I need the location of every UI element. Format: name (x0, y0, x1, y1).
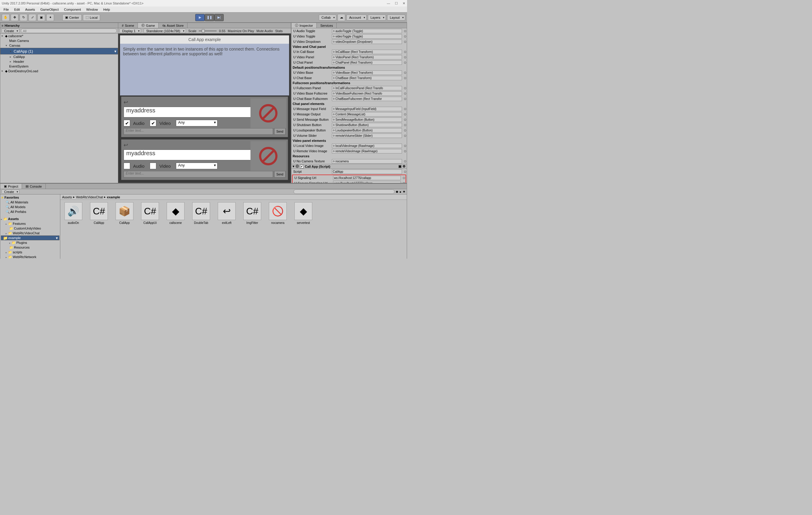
object-field[interactable]: LoudspeakerButton (Button) (332, 128, 402, 133)
chat-input-2[interactable]: Enter text... (124, 171, 273, 178)
asset-item[interactable]: ↩exitLeft (216, 202, 237, 224)
send-button-2[interactable]: Send (274, 171, 286, 178)
maximize-on-play[interactable]: Maximize On Play (228, 29, 254, 33)
object-picker-icon[interactable]: ⊙ (403, 129, 407, 132)
breadcrumb-example[interactable]: example (107, 195, 120, 199)
object-field[interactable]: wss://localhost:12777/callapp (333, 181, 401, 184)
object-picker-icon[interactable]: ⊙ (403, 29, 407, 33)
hierarchy-item[interactable]: ▸ CallApp (1) (0, 48, 118, 54)
object-field[interactable]: ChatBaseFullscreen (Rect Transfor (332, 97, 402, 101)
hierarchy-item[interactable]: ▸ Header (0, 59, 118, 64)
tab-project[interactable]: ▣ Project (0, 184, 22, 189)
object-field[interactable]: audioToggle (Toggle) (332, 29, 402, 33)
asset-item[interactable]: C#DoubleTab (191, 202, 212, 224)
audio-checkbox-1[interactable]: ✔ (124, 120, 130, 126)
object-field[interactable]: videoDropdown (Dropdown) (332, 39, 402, 44)
object-picker-icon[interactable]: ⊙ (403, 86, 407, 90)
object-field[interactable]: videoToggle (Toggle) (332, 34, 402, 39)
object-picker-icon[interactable]: ⊙ (403, 97, 407, 101)
tab-services[interactable]: Services (317, 23, 337, 28)
video-checkbox-1[interactable]: ✔ (150, 120, 156, 126)
object-field[interactable]: InCallBase (Rect Transform) (332, 50, 402, 54)
object-field[interactable]: VideoBaseFullscreen (Rect Transfo (332, 91, 402, 96)
object-picker-icon[interactable]: ⊙ (403, 149, 407, 153)
object-field[interactable]: Content (MessageList) (332, 112, 402, 116)
video-checkbox-2[interactable] (150, 163, 156, 169)
asset-grid[interactable]: 🔊audioOnC#CallApp📦CallAppC#CallAppUi◆cal… (60, 200, 407, 259)
all-prefabs[interactable]: 🔍 All Prefabs (1, 209, 59, 214)
asset-item[interactable]: 🚫nocamera (267, 202, 289, 224)
component-enabled-checkbox[interactable]: ✔ (300, 165, 303, 168)
pivot-local-toggle[interactable]: ⬚ Local (83, 14, 100, 21)
layout-dropdown[interactable]: Layout (387, 15, 405, 21)
object-field[interactable]: ShutdownButton (Button) (332, 123, 402, 127)
object-picker-icon[interactable]: ⊙ (403, 91, 407, 96)
cloud-button[interactable]: ☁ (338, 14, 345, 21)
pivot-center-toggle[interactable]: ▣ Center (62, 14, 82, 21)
maximize-button[interactable]: ☐ (395, 1, 398, 5)
menu-window[interactable]: Window (84, 7, 100, 12)
search-fav-icon[interactable]: ★ (403, 190, 406, 194)
features-folder[interactable]: 📁 Features (1, 221, 59, 226)
asset-item[interactable]: C#CallAppUi (139, 202, 161, 224)
hierarchy-tree[interactable]: ▾ ◆ callscene* Main Camera▾ Canvas▸ Call… (0, 34, 118, 183)
object-picker-icon[interactable]: ⊙ (403, 34, 407, 38)
object-field[interactable]: remoteVolumeSlider (Slider) (332, 134, 402, 138)
object-field[interactable]: localVideoImage (RawImage) (332, 144, 402, 148)
breadcrumb-assets[interactable]: Assets (62, 195, 72, 199)
address-input-1[interactable]: myaddress (124, 107, 256, 117)
play-button[interactable]: ▶ (195, 14, 205, 21)
all-models[interactable]: 🔍 All Models (1, 205, 59, 209)
menu-file[interactable]: File (1, 7, 11, 12)
menu-assets[interactable]: Assets (23, 7, 37, 12)
scripts-folder[interactable]: 📁 scripts (1, 250, 59, 254)
menu-edit[interactable]: Edit (12, 7, 22, 12)
object-field[interactable]: remoteVideoImage (RawImage) (332, 149, 402, 154)
favorites-folder[interactable]: ★ Favorites (1, 195, 59, 200)
menu-gameobject[interactable]: GameObject (38, 7, 61, 12)
audio-checkbox-2[interactable] (124, 163, 130, 169)
send-button-1[interactable]: Send (274, 128, 286, 135)
project-tree[interactable]: ★ Favorites 🔍 All Materials 🔍 All Models… (0, 194, 60, 259)
object-field[interactable]: ChatPanel (Rect Transform) (332, 60, 402, 65)
asset-item[interactable]: C#ImgFitter (241, 202, 263, 224)
component-header-callapp[interactable]: ▾ ⓒ ✔ Call App (Script) ▣ ⚙ (291, 164, 407, 169)
move-tool[interactable]: ✥ (11, 14, 19, 21)
hierarchy-create[interactable]: Create (1, 29, 20, 33)
object-picker-icon[interactable]: ⊙ (403, 107, 407, 111)
hand-tool[interactable]: ✋ (2, 14, 9, 21)
transform-tool[interactable]: ✦ (46, 14, 54, 21)
display-dropdown[interactable]: Display 1 (119, 29, 141, 33)
hierarchy-item[interactable]: ▾ Canvas (0, 43, 118, 48)
object-field[interactable]: VideoPanel (Rect Transform) (332, 55, 402, 59)
webrtcnetwork-folder[interactable]: 📁 WebRtcNetwork (1, 254, 59, 259)
tab-console[interactable]: ▤ Console (22, 184, 46, 189)
resources-folder[interactable]: 📁 Resources (1, 245, 59, 250)
object-field[interactable]: ws://localhost:12776/callapp (333, 176, 401, 180)
tab-scene[interactable]: # Scene (118, 23, 138, 28)
object-field[interactable]: MessageInputField (InputField) (332, 107, 402, 111)
all-materials[interactable]: 🔍 All Materials (1, 200, 59, 205)
customunityvideo-folder[interactable]: 📁 CustomUnityVideo (1, 226, 59, 231)
tab-inspector[interactable]: ⓘ Inspector (291, 23, 317, 28)
hierarchy-item[interactable]: ▾ ◆ DontDestroyOnLoad (0, 69, 118, 74)
object-picker-icon[interactable]: ⊙ (402, 181, 406, 184)
hierarchy-item[interactable]: ▸ CallApp (0, 54, 118, 59)
collab-dropdown[interactable]: Collab (319, 15, 336, 21)
plugins-folder[interactable]: 📁 Plugins (1, 240, 59, 245)
menu-component[interactable]: Component (61, 7, 83, 12)
menu-help[interactable]: Help (101, 7, 112, 12)
object-picker-icon[interactable]: ⊙ (403, 55, 407, 59)
search-label-icon[interactable]: ● (399, 190, 401, 194)
assets-folder[interactable]: 📁 Assets (1, 216, 59, 221)
scale-slider[interactable] (199, 30, 216, 31)
object-picker-icon[interactable]: ⊙ (403, 71, 407, 75)
asset-item[interactable]: C#CallApp (88, 202, 110, 224)
object-field[interactable]: VideoBase (Rect Transform) (332, 71, 402, 75)
object-picker-icon[interactable]: ⊙ (403, 134, 407, 138)
object-field[interactable]: SendMessageButton (Button) (332, 117, 402, 122)
layers-dropdown[interactable]: Layers (368, 15, 386, 21)
hierarchy-item[interactable]: ▾ ◆ callscene* (0, 34, 118, 38)
scale-tool[interactable]: ⤢ (29, 14, 36, 21)
object-picker-icon[interactable]: ⊙ (403, 40, 407, 44)
